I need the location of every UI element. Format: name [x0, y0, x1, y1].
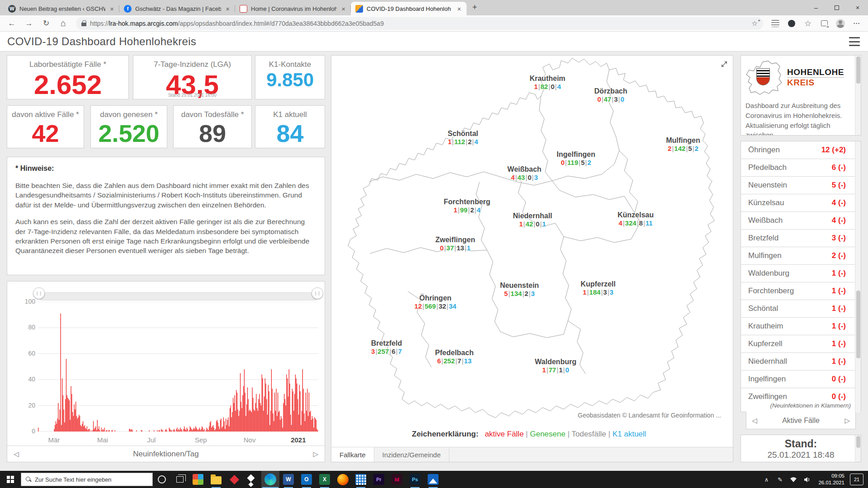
municipality-list-item[interactable]: Zweiflingen 0 (-)	[741, 388, 855, 401]
scrollbar[interactable]	[855, 435, 861, 462]
municipality-list-item[interactable]: Künzelsau 4 (-)	[741, 194, 855, 212]
stat-value: 42	[7, 119, 84, 147]
add-favorite-icon[interactable]: ☆	[752, 19, 758, 28]
taskbar-search-input[interactable]: Zur Suche Text hier eingeben	[21, 473, 153, 486]
address-bar[interactable]: https://lra-hok.maps.arcgis.com/apps/ops…	[76, 17, 763, 30]
extension-icon-1[interactable]	[769, 17, 782, 30]
chart-title: Neuinfektionen/Tag	[133, 450, 199, 459]
taskbar-app-store-grid-app[interactable]	[189, 471, 207, 488]
window-close-button[interactable]: ×	[847, 0, 868, 15]
window-maximize-button[interactable]	[826, 0, 847, 15]
forward-button[interactable]: →	[22, 17, 36, 30]
taskbar-app-photoshop[interactable]: Ps	[406, 471, 424, 488]
taskbar-app-edge-browser[interactable]	[261, 471, 279, 488]
tab-close-icon[interactable]: ×	[340, 5, 346, 13]
municipality-values: 6|252|7|13	[435, 357, 473, 365]
start-button[interactable]	[0, 471, 21, 488]
window-minimize-button[interactable]: –	[806, 0, 826, 15]
taskbar-app-dropbox[interactable]	[243, 471, 261, 488]
chart-pager-next-icon[interactable]: ▷	[313, 450, 318, 458]
taskbar-app-photos[interactable]	[424, 471, 442, 488]
municipality-list-item[interactable]: Forchtenberg 1 (-)	[741, 282, 855, 300]
map-tab-fallkarte[interactable]: Fallkarte	[331, 447, 374, 462]
new-tab-button[interactable]: +	[468, 1, 481, 14]
page-title: COVID-19 Dashboard Hohenlohekreis	[0, 35, 196, 48]
browser-tab[interactable]: f Gschwätz - Das Magazin | Facebo ×	[119, 2, 235, 15]
clock-time: 09:05	[818, 473, 844, 479]
tray-volume-icon[interactable]	[801, 471, 813, 488]
value-k1: 3	[610, 288, 613, 296]
more-menu-button[interactable]: ···	[850, 17, 863, 30]
taskbar-app-outlook[interactable]: O	[297, 471, 316, 488]
tray-pen-icon[interactable]: ✎	[774, 471, 786, 488]
map-panel[interactable]: Krautheim 1|82|0|4 Dörzbach 0|47|3|0 Sch…	[331, 55, 733, 462]
profile-avatar[interactable]	[834, 17, 847, 30]
taskbar-app-firefox[interactable]	[334, 471, 352, 488]
action-center-button[interactable]: 21	[850, 474, 863, 485]
scrollbar[interactable]	[855, 141, 861, 413]
tab-close-icon[interactable]: ×	[225, 5, 231, 13]
scrollbar[interactable]	[855, 56, 861, 135]
municipality-list-item[interactable]: Kupferzell 1 (-)	[741, 335, 855, 353]
municipality-list-item[interactable]: Weißbach 4 (-)	[741, 212, 855, 230]
municipality-values: 1|112|2|4	[448, 138, 478, 145]
tab-close-icon[interactable]: ×	[456, 5, 462, 13]
value-genesen: 134	[510, 290, 522, 297]
stat-card: K1 aktuell 84	[255, 105, 325, 148]
extension-icon-2[interactable]	[785, 17, 798, 30]
taskbar-app-premiere[interactable]: Pr	[370, 471, 388, 488]
taskbar-app-red-diamond-app[interactable]	[225, 471, 243, 488]
municipality-list-item[interactable]: Mulfingen 2 (-)	[741, 247, 855, 265]
back-button[interactable]: ←	[5, 17, 19, 30]
list-pager-next-icon[interactable]: ▷	[844, 417, 850, 425]
tray-chevron-icon[interactable]: ∧	[760, 471, 772, 488]
municipality-list-item[interactable]: Krautheim 1 (-)	[741, 318, 855, 335]
browser-tab[interactable]: W Neuen Beitrag erstellen ‹ GSCHW ×	[4, 2, 119, 15]
map-municipality-label: Kupferzell 1|184|3|3	[580, 280, 615, 296]
search-placeholder: Zur Suche Text hier eingeben	[35, 476, 112, 483]
slider-handle-right[interactable]: ❘❘	[311, 287, 323, 299]
chart-pager-prev-icon[interactable]: ◁	[14, 450, 19, 458]
municipality-list-item[interactable]: Schöntal 1 (-)	[741, 300, 855, 318]
chart-range-slider[interactable]	[38, 292, 318, 300]
menu-hamburger-icon[interactable]	[849, 37, 860, 46]
value-genesen: 42	[526, 220, 533, 228]
municipality-list-item[interactable]: Pfedelbach 6 (-)	[741, 159, 855, 177]
value-k1: 4	[557, 83, 561, 90]
value-aktiv: 1	[519, 220, 523, 228]
value-aktiv: 1	[534, 83, 538, 90]
taskbar-app-word[interactable]: W	[279, 471, 297, 488]
task-view-button[interactable]	[171, 471, 189, 488]
stat-label: davon genesen *	[91, 110, 167, 119]
taskbar-app-indesign[interactable]: Id	[388, 471, 406, 488]
browser-tab[interactable]: COVID-19 Dashboard Hohenloh ×	[351, 2, 467, 15]
taskbar-app-file-explorer[interactable]	[207, 471, 225, 488]
municipality-list-item[interactable]: Neuenstein 5 (-)	[741, 177, 855, 194]
dropbox-icon	[247, 474, 255, 482]
value-tode: 32	[439, 302, 446, 310]
value-k1: 13	[464, 357, 472, 365]
municipality-list-item[interactable]: Bretzfeld 3 (-)	[741, 230, 855, 247]
taskbar-clock[interactable]: 09:05 26.01.2021	[815, 473, 848, 486]
refresh-button[interactable]: ↻	[39, 17, 53, 30]
collections-icon[interactable]	[817, 17, 831, 30]
tray-network-icon[interactable]	[788, 471, 799, 488]
slider-handle-left[interactable]: ❘❘	[33, 287, 45, 299]
value-tode: 6	[392, 347, 395, 355]
municipality-list-item[interactable]: Ingelfingen 0 (-)	[741, 371, 855, 388]
browser-tab[interactable]: Home | Coronavirus im Hohenloh ×	[235, 2, 351, 15]
tab-close-icon[interactable]: ×	[109, 5, 115, 13]
municipality-list-item[interactable]: Waldenburg 1 (-)	[741, 265, 855, 282]
taskbar-app-excel[interactable]: X	[316, 471, 334, 488]
municipality-list-item[interactable]: Niedernhall 1 (-)	[741, 353, 855, 371]
favorites-icon[interactable]: ☆	[801, 17, 815, 30]
stat-value: 89	[174, 119, 251, 147]
list-pager-prev-icon[interactable]: ◁	[752, 417, 757, 425]
municipality-list-item[interactable]: Öhringen 12 (+2)	[741, 141, 855, 159]
cortana-button[interactable]	[153, 471, 171, 488]
expand-map-icon[interactable]	[719, 59, 729, 69]
value-genesen: 43	[518, 174, 525, 181]
taskbar-app-translator-app[interactable]	[352, 471, 370, 488]
home-button[interactable]: ⌂	[56, 17, 71, 30]
map-tab-inzidenz-gemeinde[interactable]: Inzidenz/Gemeinde	[374, 447, 449, 462]
